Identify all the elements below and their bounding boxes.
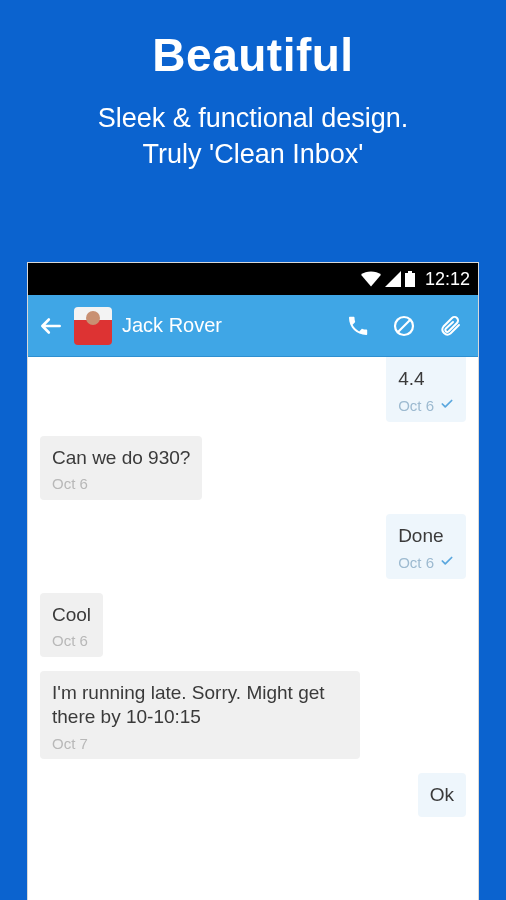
- conversation-header: Jack Rover: [28, 295, 478, 357]
- cell-signal-icon: [385, 271, 401, 287]
- message-text: 4.4: [398, 367, 454, 391]
- battery-icon: [405, 271, 415, 287]
- message-text: I'm running late. Sorry. Might get there…: [52, 681, 348, 729]
- message-text: Ok: [430, 783, 454, 807]
- wifi-icon: [361, 271, 381, 287]
- promo-title: Beautiful: [0, 28, 506, 82]
- block-button[interactable]: [392, 314, 416, 338]
- message-received[interactable]: Cool Oct 6: [40, 593, 103, 658]
- message-sent[interactable]: Ok: [418, 773, 466, 817]
- phone-frame: 12:12 Jack Rover 4.4 Oct 6: [27, 262, 479, 900]
- back-button[interactable]: [38, 313, 64, 339]
- message-sent[interactable]: Done Oct 6: [386, 514, 466, 579]
- contact-avatar[interactable]: [74, 307, 112, 345]
- message-text: Cool: [52, 603, 91, 627]
- message-date: Oct 6: [52, 632, 88, 651]
- message-text: Done: [398, 524, 454, 548]
- message-date: Oct 7: [52, 735, 88, 754]
- promo-hero: Beautiful Sleek & functional design. Tru…: [0, 0, 506, 173]
- promo-subtitle-line1: Sleek & functional design.: [98, 103, 409, 133]
- conversation-thread[interactable]: 4.4 Oct 6 Can we do 930? Oct 6 Done Oct …: [28, 357, 478, 817]
- svg-rect-1: [408, 271, 412, 273]
- contact-name[interactable]: Jack Rover: [122, 314, 336, 337]
- statusbar-time: 12:12: [425, 269, 470, 290]
- message-date: Oct 6: [398, 554, 434, 573]
- promo-subtitle: Sleek & functional design. Truly 'Clean …: [0, 100, 506, 173]
- message-sent[interactable]: 4.4 Oct 6: [386, 357, 466, 422]
- message-date: Oct 6: [52, 475, 88, 494]
- delivered-check-icon: [440, 554, 454, 573]
- android-statusbar: 12:12: [28, 263, 478, 295]
- delivered-check-icon: [440, 397, 454, 416]
- message-received[interactable]: Can we do 930? Oct 6: [40, 436, 202, 501]
- message-received[interactable]: I'm running late. Sorry. Might get there…: [40, 671, 360, 759]
- message-text: Can we do 930?: [52, 446, 190, 470]
- svg-rect-0: [405, 273, 415, 287]
- message-date: Oct 6: [398, 397, 434, 416]
- svg-line-3: [398, 319, 411, 332]
- promo-subtitle-line2: Truly 'Clean Inbox': [143, 139, 364, 169]
- attachment-button[interactable]: [438, 314, 462, 338]
- call-button[interactable]: [346, 314, 370, 338]
